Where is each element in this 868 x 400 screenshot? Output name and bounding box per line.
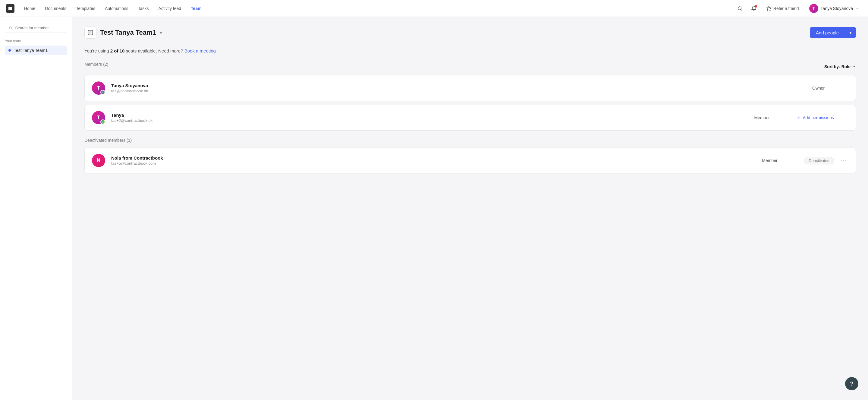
- member-avatar: T: [92, 111, 105, 124]
- sort-label: Sort by: Role: [824, 64, 850, 69]
- svg-line-2: [741, 9, 742, 10]
- search-button[interactable]: [735, 4, 744, 13]
- help-button[interactable]: ?: [845, 377, 858, 390]
- user-avatar: T: [809, 4, 818, 13]
- sidebar-team-label: Test Tanya Team1: [14, 48, 48, 53]
- team-title-chevron-icon[interactable]: ▾: [160, 30, 162, 36]
- search-input[interactable]: [15, 26, 63, 30]
- member-role: Member: [762, 158, 798, 163]
- team-icon: [84, 27, 96, 38]
- member-card: T Tanya Stoyanova tas@contractbook.dk Ow…: [84, 75, 856, 101]
- seats-prefix: You're using: [84, 48, 110, 53]
- notification-dot: [755, 5, 757, 7]
- notifications-button[interactable]: [749, 4, 758, 13]
- member-info: Nola from Contractbook tas+5@contractboo…: [111, 155, 756, 166]
- nav-team[interactable]: Team: [187, 4, 205, 13]
- member-info: Tanya Stoyanova tas@contractbook.dk: [111, 83, 806, 93]
- plus-icon: [797, 116, 801, 120]
- sidebar-team-item[interactable]: Test Tanya Team1: [5, 46, 67, 55]
- topnav-actions: Refer a friend T Tanya Stoyanova: [735, 3, 862, 14]
- topnav: Home Documents Templates Automations Tas…: [0, 0, 868, 17]
- member-actions: Deactivated ⋯: [804, 156, 848, 165]
- add-permissions-button[interactable]: Add permissions: [797, 115, 834, 120]
- refer-friend-label: Refer a friend: [773, 6, 799, 11]
- sort-chevron-icon: [852, 64, 856, 69]
- book-meeting-link[interactable]: Book a meeting: [184, 48, 216, 53]
- add-people-button[interactable]: Add people ▾: [810, 27, 856, 38]
- nav-documents[interactable]: Documents: [41, 4, 70, 13]
- add-people-label: Add people: [810, 27, 845, 38]
- svg-point-1: [738, 7, 741, 10]
- sidebar-bullet: [8, 49, 11, 52]
- svg-point-10: [102, 92, 103, 93]
- add-permissions-label: Add permissions: [803, 115, 834, 120]
- seats-suffix: seats available. Need more?: [124, 48, 183, 53]
- seats-info: You're using 2 of 10 seats available. Ne…: [84, 48, 856, 53]
- sidebar-section-label: Your team: [5, 39, 67, 43]
- refer-friend-button[interactable]: Refer a friend: [763, 4, 802, 13]
- sort-label-prefix: Sort by:: [824, 64, 841, 69]
- svg-marker-3: [767, 6, 771, 10]
- member-more-button[interactable]: ⋯: [839, 113, 848, 122]
- svg-rect-6: [88, 30, 93, 35]
- member-email: tas+5@contractbook.com: [111, 161, 756, 166]
- avatar-badge-active: [100, 119, 105, 124]
- member-initials: T: [97, 115, 100, 121]
- member-name: Nola from Contractbook: [111, 155, 756, 161]
- member-initials: N: [97, 158, 100, 164]
- team-title: Test Tanya Team1: [100, 29, 156, 36]
- svg-point-4: [9, 27, 12, 29]
- deactivated-section: Deactivated members (1) N Nola from Cont…: [84, 138, 856, 173]
- svg-rect-0: [8, 7, 12, 10]
- user-name: Tanya Stoyanova: [821, 6, 853, 11]
- nav-automations[interactable]: Automations: [101, 4, 132, 13]
- member-info: Tanya tas+2@contractbook.dk: [111, 113, 748, 123]
- logo[interactable]: [6, 4, 14, 13]
- member-avatar: N: [92, 154, 105, 167]
- member-name: Tanya: [111, 113, 748, 118]
- member-role: Member: [754, 115, 790, 120]
- search-box[interactable]: [5, 23, 67, 33]
- nav-activity-feed[interactable]: Activity feed: [155, 4, 185, 13]
- member-email: tas@contractbook.dk: [111, 89, 806, 93]
- nav-tasks[interactable]: Tasks: [134, 4, 153, 13]
- sidebar: Your team Test Tanya Team1: [0, 17, 72, 400]
- seats-count: 2 of 10: [110, 48, 125, 53]
- member-card: N Nola from Contractbook tas+5@contractb…: [84, 147, 856, 173]
- app-layout: Your team Test Tanya Team1 Test Tanya Te…: [0, 17, 868, 400]
- member-email: tas+2@contractbook.dk: [111, 118, 748, 123]
- sort-button[interactable]: Sort by: Role: [824, 64, 856, 69]
- nav-home[interactable]: Home: [21, 4, 39, 13]
- nav-templates[interactable]: Templates: [72, 4, 99, 13]
- members-sort-row: Members (2) Sort by: Role: [84, 62, 856, 72]
- member-actions: Add permissions ⋯: [797, 113, 849, 122]
- member-name: Tanya Stoyanova: [111, 83, 806, 88]
- add-people-arrow-icon[interactable]: ▾: [845, 27, 856, 38]
- search-icon: [9, 26, 13, 30]
- chevron-down-icon: [855, 6, 860, 10]
- deactivated-section-title: Deactivated members (1): [84, 138, 856, 143]
- team-header: Test Tanya Team1 ▾ Add people ▾: [84, 27, 856, 38]
- svg-line-5: [11, 29, 12, 30]
- member-card: T Tanya tas+2@contractbook.dk Member Add…: [84, 105, 856, 131]
- sort-label-value: Role: [841, 64, 850, 69]
- member-role: Owner: [812, 86, 848, 90]
- main-content: Test Tanya Team1 ▾ Add people ▾ You're u…: [72, 17, 868, 400]
- team-title-row: Test Tanya Team1 ▾: [84, 27, 162, 38]
- member-more-button[interactable]: ⋯: [839, 156, 848, 165]
- member-initials: T: [97, 85, 100, 91]
- user-menu-button[interactable]: T Tanya Stoyanova: [807, 3, 862, 14]
- avatar-badge-settings: [100, 90, 105, 95]
- deactivated-badge: Deactivated: [804, 157, 834, 164]
- member-avatar: T: [92, 81, 105, 95]
- members-section-title: Members (2): [84, 62, 108, 67]
